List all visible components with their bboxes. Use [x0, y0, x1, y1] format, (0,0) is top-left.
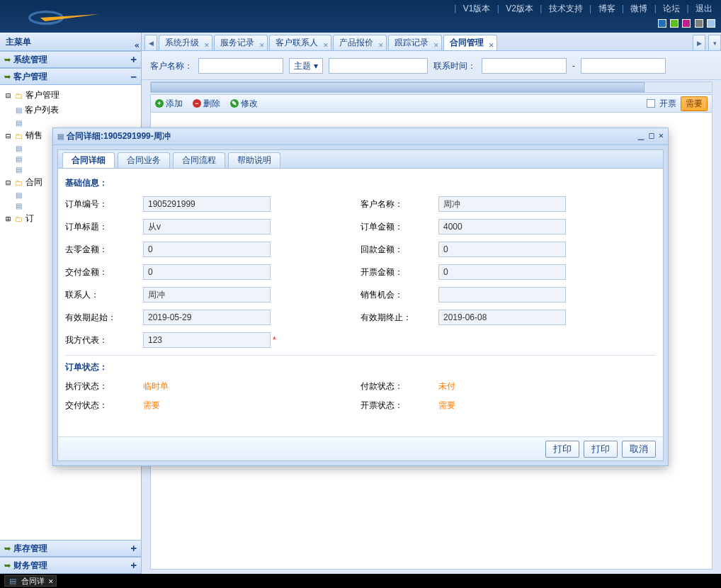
- theme-square[interactable]: [670, 19, 679, 28]
- label-invoice-amt: 开票金额：: [360, 266, 438, 278]
- link-forum[interactable]: 论坛: [660, 4, 683, 13]
- leaf-icon: ▤: [16, 155, 22, 163]
- panel-inventory[interactable]: ➥库存管理 +: [0, 540, 141, 557]
- action-delete[interactable]: −删除: [193, 98, 220, 110]
- print-button-2[interactable]: 打印: [584, 441, 618, 458]
- value-deliver-st: 需要: [143, 400, 160, 412]
- value-return: 0: [438, 242, 566, 257]
- leaf-icon: ▤: [16, 191, 22, 199]
- taskbar-item[interactable]: ▤ 合同详 ✕: [4, 575, 57, 587]
- panel-system[interactable]: ➥系统管理 +: [0, 51, 141, 68]
- value-exec: 临时单: [143, 380, 169, 392]
- label-contact: 联系人：: [65, 289, 143, 301]
- taskbar: ▤ 合同详 ✕: [0, 574, 721, 588]
- checkbox[interactable]: [647, 99, 655, 108]
- link-blog[interactable]: 博客: [596, 4, 618, 13]
- action-add[interactable]: +添加: [155, 98, 183, 110]
- expand-icon[interactable]: +: [131, 540, 137, 557]
- tab-upgrade[interactable]: 系统升级✕: [159, 35, 212, 50]
- label-order-no: 订单编号：: [65, 198, 143, 210]
- tab-scroll-right[interactable]: ▶: [693, 35, 705, 50]
- main-tabstrip: ◀ 系统升级✕ 服务记录✕ 客户联系人✕ 产品报价✕ 跟踪记录✕ 合同管理✕ ▶…: [142, 33, 721, 51]
- panel-finance[interactable]: ➥财务管理 +: [0, 557, 141, 574]
- value-chance: [438, 287, 566, 303]
- value-order-no: 1905291999: [143, 196, 271, 212]
- scroll-thumb[interactable]: [151, 82, 645, 92]
- close-icon[interactable]: ✕: [433, 38, 439, 51]
- close-icon[interactable]: ✕: [48, 577, 54, 587]
- panel-inventory-label: 库存管理: [13, 543, 47, 553]
- label-vstart: 有效期起始：: [65, 312, 143, 324]
- plus-icon: +: [155, 99, 164, 108]
- minimize-icon[interactable]: ＿: [637, 130, 645, 142]
- panel-customer[interactable]: ➥客户管理 −: [0, 68, 141, 85]
- tab-help[interactable]: 帮助说明: [228, 152, 280, 168]
- input-time-end[interactable]: [581, 58, 666, 74]
- window-titlebar[interactable]: ▤ 合同详细:1905291999-周冲 ＿ □ ✕: [53, 128, 668, 145]
- tab-detail[interactable]: 合同详细: [62, 152, 115, 168]
- label-return: 回款金额：: [360, 244, 438, 256]
- link-logout[interactable]: 退出: [693, 4, 715, 13]
- theme-square[interactable]: [707, 19, 715, 28]
- value-rep: 123: [143, 332, 271, 348]
- theme-square[interactable]: [695, 19, 703, 28]
- subject-dropdown[interactable]: 主题▾: [289, 58, 323, 74]
- input-custname[interactable]: [198, 58, 283, 74]
- required-mark: *: [273, 335, 276, 345]
- link-v2[interactable]: V2版本: [503, 4, 536, 13]
- close-icon[interactable]: ✕: [204, 38, 210, 51]
- tab-track[interactable]: 跟踪记录✕: [388, 35, 442, 50]
- top-links: | V1版本 | V2版本 | 技术支持 | 博客 | 微博 | 论坛 | 退出: [453, 3, 715, 15]
- tree-node-customer-list[interactable]: ▤客户列表: [0, 103, 141, 118]
- input-subject[interactable]: [329, 58, 428, 74]
- label-invoice: 开票: [659, 98, 676, 110]
- tab-servicelog[interactable]: 服务记录✕: [214, 35, 268, 50]
- tree-node-hidden-leaf[interactable]: ▤: [0, 118, 141, 128]
- close-icon[interactable]: ✕: [259, 38, 265, 51]
- tab-contact[interactable]: 客户联系人✕: [269, 35, 331, 50]
- search-bar: 客户名称： 主题▾ 联系时间： -: [142, 51, 721, 80]
- expand-icon[interactable]: +: [131, 557, 137, 574]
- close-icon[interactable]: ✕: [489, 38, 494, 51]
- folder-icon: ➥: [4, 544, 11, 553]
- tab-biz[interactable]: 合同业务: [118, 152, 170, 168]
- maximize-icon[interactable]: □: [649, 130, 654, 142]
- folder-open-icon: 🗀: [15, 91, 23, 100]
- leaf-icon: ▤: [16, 166, 22, 174]
- collapse-icon[interactable]: −: [131, 68, 137, 85]
- close-icon[interactable]: ✕: [323, 38, 329, 51]
- minus-icon: −: [193, 99, 201, 108]
- tree-node-customer[interactable]: ⊟🗀客户管理: [0, 88, 141, 103]
- close-icon[interactable]: ✕: [659, 130, 664, 142]
- tab-quote[interactable]: 产品报价✕: [333, 35, 387, 50]
- sidebar-title: 主菜单 «: [0, 33, 141, 51]
- input-time-start[interactable]: [482, 58, 567, 74]
- tab-scroll-left[interactable]: ◀: [144, 35, 157, 50]
- close-icon[interactable]: ✕: [378, 38, 384, 51]
- label-order-amt: 订单金额：: [360, 221, 438, 233]
- label-vend: 有效期终止：: [360, 312, 438, 324]
- leaf-icon: ▤: [57, 132, 64, 140]
- orange-need-button[interactable]: 需要: [681, 96, 708, 111]
- theme-square[interactable]: [658, 19, 666, 28]
- folder-icon: ➥: [4, 55, 11, 64]
- link-tech[interactable]: 技术支持: [546, 4, 586, 13]
- tab-menu-button[interactable]: ▾: [708, 35, 721, 50]
- cancel-button[interactable]: 取消: [622, 441, 656, 458]
- tab-contract-mgmt[interactable]: 合同管理✕: [443, 35, 497, 50]
- tab-flow[interactable]: 合同流程: [173, 152, 225, 168]
- value-zero: 0: [143, 242, 271, 257]
- value-contact: 周冲: [143, 287, 271, 303]
- label-rep: 我方代表：: [65, 334, 143, 346]
- leaf-icon: ▤: [9, 577, 16, 585]
- collapse-west-icon[interactable]: «: [135, 36, 137, 55]
- h-scrollbar[interactable]: [150, 81, 713, 93]
- panel-system-label: 系统管理: [13, 55, 47, 64]
- label-custname: 客户名称：: [150, 60, 193, 72]
- link-weibo[interactable]: 微博: [628, 4, 650, 13]
- action-edit[interactable]: ✎修改: [230, 98, 258, 110]
- print-button-1[interactable]: 打印: [545, 441, 579, 458]
- label-chance: 销售机会：: [360, 289, 438, 301]
- link-v1[interactable]: V1版本: [460, 4, 494, 13]
- theme-square[interactable]: [682, 19, 691, 28]
